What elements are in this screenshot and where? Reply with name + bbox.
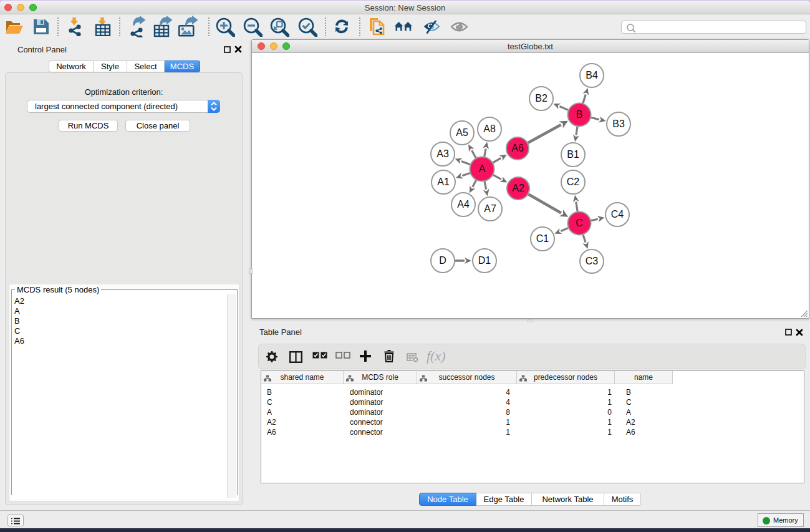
svg-text:A1: A1 xyxy=(437,177,450,187)
svg-text:A8: A8 xyxy=(483,123,496,134)
svg-text:C4: C4 xyxy=(611,209,624,220)
svg-text:A5: A5 xyxy=(456,127,468,138)
svg-text:B4: B4 xyxy=(586,70,598,80)
svg-text:C: C xyxy=(576,218,583,228)
svg-text:C1: C1 xyxy=(536,233,549,244)
svg-text:A: A xyxy=(479,163,486,174)
svg-text:A4: A4 xyxy=(457,199,470,210)
svg-text:D: D xyxy=(439,255,446,266)
svg-text:C3: C3 xyxy=(586,256,599,266)
svg-text:B2: B2 xyxy=(535,93,547,104)
svg-text:A3: A3 xyxy=(436,148,449,159)
svg-text:A2: A2 xyxy=(512,183,524,193)
svg-text:D1: D1 xyxy=(478,255,491,266)
svg-text:A6: A6 xyxy=(511,143,524,153)
svg-text:A7: A7 xyxy=(484,203,496,214)
svg-text:B3: B3 xyxy=(612,118,625,129)
svg-text:B1: B1 xyxy=(567,149,579,160)
svg-text:B: B xyxy=(576,109,583,120)
svg-text:C2: C2 xyxy=(567,177,580,187)
